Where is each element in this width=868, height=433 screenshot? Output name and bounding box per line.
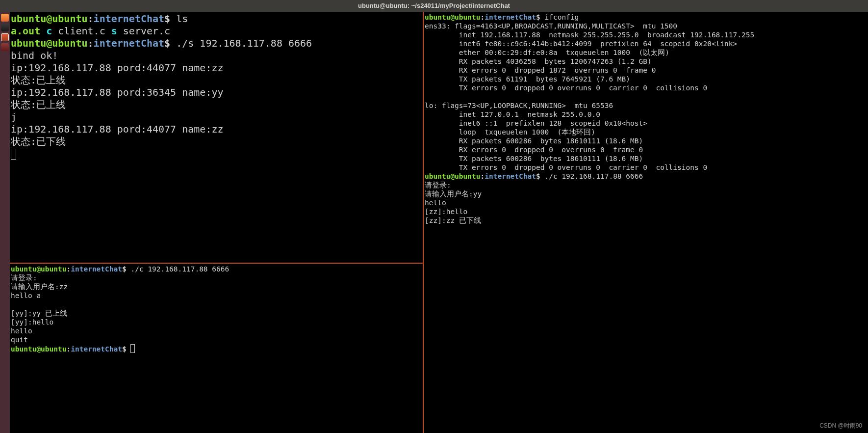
server-output-line: 状态:已下线 <box>11 135 422 148</box>
ifconfig-output: ens33: flags=4163<UP,BROADCAST,RUNNING,M… <box>425 22 867 172</box>
cursor-icon <box>11 149 16 160</box>
prompt-colon: : <box>481 13 485 21</box>
file-serverc: server.c <box>123 25 170 37</box>
server-output-line: bind ok! <box>11 50 422 62</box>
file-s: s <box>111 25 117 37</box>
launcher-icon-app[interactable] <box>1 33 9 41</box>
launcher-sidebar <box>0 12 10 433</box>
prompt-dollar: $ <box>164 37 170 49</box>
command-ifconfig: ifconfig <box>544 13 579 21</box>
client-output-line: [yy]:yy 已上线 <box>11 309 422 318</box>
server-output-line: ip:192.168.117.88 pord:36345 name:yy <box>11 86 422 99</box>
server-output-line: j <box>11 111 422 123</box>
client-output-line: hello <box>11 326 422 335</box>
left-column: ubuntu@ubuntu:internetChat$ ls a.out c c… <box>10 12 423 433</box>
window-titlebar: ubuntu@ubuntu: ~/s24011/myProject/intern… <box>0 0 868 12</box>
client-output-line <box>11 300 422 309</box>
prompt-path: internetChat <box>94 13 165 25</box>
client-output-line: [yy]:hello <box>11 318 422 326</box>
prompt-path: internetChat <box>71 345 122 353</box>
watermark-text: CSDN @时雨90 <box>819 422 862 430</box>
file-c: c <box>46 25 52 37</box>
prompt-dollar: $ <box>536 172 540 180</box>
prompt-colon: : <box>67 265 71 273</box>
prompt-colon: : <box>481 172 485 180</box>
prompt-colon: : <box>88 37 94 49</box>
prompt-colon: : <box>88 13 94 25</box>
prompt-path: internetChat <box>485 172 536 180</box>
client-output-line: 请登录: <box>425 181 867 189</box>
terminal-pane-client-zz[interactable]: ubuntu@ubuntu:internetChat$ ./c 192.168.… <box>10 264 423 433</box>
prompt-user: ubuntu@ubuntu <box>11 37 88 49</box>
server-output-line: 状态:已上线 <box>11 74 422 86</box>
prompt-user: ubuntu@ubuntu <box>425 13 481 21</box>
client-output-line: hello <box>425 198 867 207</box>
server-output-line: 状态:已上线 <box>11 99 422 111</box>
ls-output: a.out c client.c s server.c <box>11 25 422 37</box>
command-run-client-yy: ./c 192.168.117.88 6666 <box>544 172 643 180</box>
client-output-line: hello a <box>11 291 422 300</box>
client-output-line: [zz]:hello <box>425 207 867 216</box>
server-output-line: ip:192.168.117.88 pord:44077 name:zz <box>11 123 422 135</box>
main-area: ubuntu@ubuntu:internetChat$ ls a.out c c… <box>0 12 868 433</box>
launcher-icon-other[interactable] <box>1 43 9 51</box>
prompt-colon: : <box>67 345 71 353</box>
client-output-line: 请登录: <box>11 273 422 282</box>
command-ls: ls <box>176 13 188 25</box>
client-output-line: quit <box>11 335 422 344</box>
split-terminals: ubuntu@ubuntu:internetChat$ ls a.out c c… <box>10 12 868 433</box>
prompt-dollar: $ <box>164 13 170 25</box>
command-run-server: ./s 192.168.117.88 6666 <box>176 37 312 49</box>
terminal-pane-server[interactable]: ubuntu@ubuntu:internetChat$ ls a.out c c… <box>10 12 423 264</box>
prompt-user: ubuntu@ubuntu <box>11 13 88 25</box>
prompt-path: internetChat <box>71 265 122 273</box>
prompt-user: ubuntu@ubuntu <box>11 345 67 353</box>
prompt-dollar: $ <box>122 265 127 273</box>
file-clientc: client.c <box>58 25 105 37</box>
client-output-line: 请输入用户名:yy <box>425 189 867 198</box>
prompt-dollar: $ <box>536 13 540 21</box>
command-run-client: ./c 192.168.117.88 6666 <box>130 265 229 273</box>
server-output-line: ip:192.168.117.88 pord:44077 name:zz <box>11 62 422 74</box>
client-output-line: [zz]:zz 已下线 <box>425 216 867 225</box>
launcher-icon-terminal[interactable] <box>1 24 9 31</box>
prompt-path: internetChat <box>94 37 165 49</box>
prompt-user: ubuntu@ubuntu <box>425 172 481 180</box>
launcher-icon-firefox[interactable] <box>1 14 9 22</box>
prompt-user: ubuntu@ubuntu <box>11 265 67 273</box>
file-aout: a.out <box>11 25 40 37</box>
cursor-icon <box>130 344 135 353</box>
terminal-pane-client-yy[interactable]: ubuntu@ubuntu:internetChat$ ifconfig ens… <box>423 12 868 433</box>
prompt-dollar: $ <box>122 345 127 353</box>
client-output-line: 请输入用户名:zz <box>11 282 422 291</box>
prompt-path: internetChat <box>485 13 536 21</box>
